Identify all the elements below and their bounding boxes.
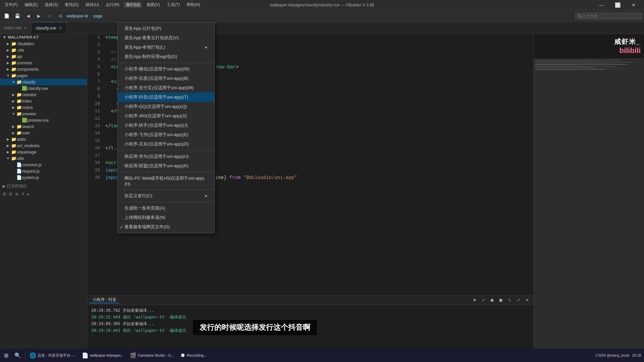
tab-bar: index.vue ✕ classify.vue ✕ <box>0 22 644 34</box>
menu-item-custom[interactable]: 自定义发行(C) <box>118 191 214 200</box>
menu-item-huawei[interactable]: 快应用-华为(仅适用于uni-app)(U) <box>118 152 214 161</box>
sidebar-tool-2[interactable]: ⚙ <box>9 192 12 196</box>
menu-tools[interactable]: 工具(T) <box>165 2 182 8</box>
sidebar-item-request-js[interactable]: 📄 request.js <box>0 168 87 174</box>
menu-jump[interactable]: 跳转(U) <box>84 2 101 8</box>
taskbar-search[interactable]: 🔍 <box>12 349 24 361</box>
history-button[interactable]: ⊙ <box>56 11 65 21</box>
tab-close-icon[interactable]: ✕ <box>58 25 62 31</box>
taskbar-csdn[interactable]: CSDN @wang_book <box>595 353 630 357</box>
menu-search[interactable]: 查找(O) <box>63 2 80 8</box>
menu-item-native-cloud-status[interactable]: 原生App-查看云打包状态(V) <box>118 33 214 43</box>
panel-collapse[interactable]: ⤡ <box>506 297 513 304</box>
window-title: wallpaper-kt/pages/classify/classify.vue… <box>270 3 374 7</box>
panel-record[interactable]: ⏺ <box>488 297 496 304</box>
sidebar-item-utils[interactable]: ▼ 📁 utils <box>0 155 87 162</box>
sidebar-project-header[interactable]: ▼ wallpaper-kt <box>0 34 87 41</box>
publish-dropdown-menu: 原生App-云打包(P) 原生App-查看云打包状态(V) 原生App-本地打包… <box>117 22 215 233</box>
menu-item-jd[interactable]: 小程序-京东(仅适用于uni-app)(D) <box>118 139 214 149</box>
sidebar-item-uni-modules[interactable]: ▶ 📁 uni_modules <box>0 142 87 149</box>
sidebar-item-closed-projects[interactable]: ▶ 已关闭项目 <box>0 181 87 190</box>
menu-help[interactable]: 帮助(H) <box>184 2 202 8</box>
menu-item-native-wgt[interactable]: 原生App-制作应用wgt包(G) <box>118 52 214 61</box>
breadcrumb-page[interactable]: page <box>94 14 103 18</box>
sidebar-item-user[interactable]: ▶ 📁 user <box>0 130 87 136</box>
sidebar-item-preview-vue[interactable]: 🟩 preview.vue <box>0 117 87 123</box>
sidebar-item-hbuilderx[interactable]: ▶ 📁 .hbuilderx <box>0 41 87 47</box>
sidebar-item-common[interactable]: ▶ 📁 common <box>0 60 87 66</box>
sidebar-item-vite[interactable]: ▶ 📁 .vite <box>0 47 87 53</box>
sidebar-item-classlist[interactable]: ▶ 📁 classlist <box>0 92 87 98</box>
sidebar-item-common-js[interactable]: 📄 common.js <box>0 162 87 168</box>
sidebar-item-preview[interactable]: ▼ 📁 preview <box>0 111 87 117</box>
close-button[interactable]: ✕ <box>626 0 641 10</box>
menu-edit[interactable]: 编辑(E) <box>22 2 40 8</box>
menu-item-native-cloud[interactable]: 原生App-云打包(P) <box>118 24 214 33</box>
sidebar-item-static[interactable]: ▶ 📁 static <box>0 136 87 142</box>
tab-classify-vue[interactable]: classify.vue ✕ <box>32 22 66 34</box>
start-button[interactable]: ⊞ <box>1 349 11 361</box>
panel-expand[interactable]: ⤢ <box>515 297 522 304</box>
windows-icon: ⊞ <box>4 352 8 359</box>
menu-select[interactable]: 选择(S) <box>43 2 60 8</box>
sidebar-item-unpackage[interactable]: ▶ 📁 unpackage <box>0 149 87 155</box>
sidebar-tool-3[interactable]: ⊕ <box>15 192 18 196</box>
sidebar-item-pages[interactable]: ▼ 📁 pages <box>0 72 87 79</box>
panel-close[interactable]: ✕ <box>523 297 531 304</box>
menu-file[interactable]: 文件(F) <box>3 2 20 8</box>
tab-index-vue[interactable]: index.vue ✕ <box>0 22 32 34</box>
sidebar-item-api[interactable]: ▶ 📁 api <box>0 53 87 60</box>
panel-stop[interactable]: ⏹ <box>497 297 504 304</box>
panel-external-link[interactable]: ⤢ <box>480 297 487 304</box>
taskbar-item-recording[interactable]: ⏺ Recording... <box>177 349 209 361</box>
menu-run[interactable]: 运行(R) <box>104 2 121 8</box>
taskbar-item-browser[interactable]: 🌐 总览 - 抖音开放平台 -... <box>27 349 78 361</box>
taskbar-item-hbuilder[interactable]: 📄 wallpaper-kt/pages... <box>79 349 127 361</box>
menu-publish[interactable]: 发行(U) <box>124 2 142 8</box>
preview-line <box>535 62 632 63</box>
menu-item-upload[interactable]: 上传网站到服务器(N) <box>118 213 214 222</box>
taskbar-time[interactable]: 20:36 <box>632 353 641 357</box>
forward-button[interactable]: ▶ <box>34 11 44 21</box>
menu-item-douyin[interactable]: 小程序-抖音(仅适用于uni-app)(T) <box>118 93 214 102</box>
sidebar-item-index[interactable]: ▶ 📁 index <box>0 98 87 104</box>
window-controls: — ⬜ ✕ <box>594 0 641 10</box>
menu-item-native-local[interactable]: 原生App-本地打包(L) <box>118 43 214 52</box>
sidebar-item-classify-vue[interactable]: 🟩 classify.vue <box>0 85 87 92</box>
taskbar-item-recording-label: Recording... <box>187 353 207 357</box>
sidebar-item-system-js[interactable]: 📄 system.js <box>0 174 87 181</box>
menu-item-feishu[interactable]: 小程序-飞书(仅适用于uni-app)(E) <box>118 130 214 139</box>
menu-item-view-server-files[interactable]: 查看服务端网页文件(D) <box>118 222 214 232</box>
breadcrumb-project[interactable]: wallpaper-kt <box>66 14 88 18</box>
menu-item-alliance[interactable]: 快应用-联盟(仅适用于uni-app)(K) <box>118 161 214 171</box>
restore-button[interactable]: ⬜ <box>610 0 625 10</box>
menu-item-kuaishou[interactable]: 小程序-快手(仅适用于uni-app)(J) <box>118 121 214 130</box>
sidebar-item-components[interactable]: ▶ 📁 components <box>0 66 87 72</box>
sidebar-item-classify[interactable]: ▼ 📁 classify <box>0 79 87 85</box>
back-button[interactable]: ◀ <box>23 11 33 21</box>
panel-chevron-down[interactable]: ▼ <box>471 297 478 304</box>
bookmark-button[interactable]: ☆ <box>45 11 54 21</box>
menu-item-wechat[interactable]: 小程序-微信(仅适用于uni-app)(W) <box>118 64 214 74</box>
file-search-input[interactable] <box>575 13 642 19</box>
menu-item-baidu[interactable]: 小程序-百度(仅适用于uni-app)(B) <box>118 74 214 83</box>
taskbar: ⊞ 🔍 🌐 总览 - 抖音开放平台 -... 📄 wallpaper-kt/pa… <box>0 349 644 362</box>
console-tab[interactable]: 小程序 - 抖音 <box>90 297 119 303</box>
new-file-button[interactable]: 📄 <box>2 11 11 21</box>
taskbar-item-camtasia[interactable]: 🎬 Camtasia Studio - U... <box>127 349 177 361</box>
menu-item-generate[interactable]: 生成统一发布页面(A) <box>118 203 214 213</box>
menu-view[interactable]: 视图(V) <box>145 2 162 8</box>
tab-close-icon[interactable]: ✕ <box>23 25 27 31</box>
sidebar-item-notice[interactable]: ▶ 📁 notice <box>0 104 87 111</box>
right-panel: 咸虾米_ bilibili <box>533 34 644 362</box>
save-button[interactable]: 💾 <box>13 11 22 21</box>
sidebar-item-search[interactable]: ▶ 📁 search <box>0 123 87 130</box>
menu-item-alipay[interactable]: 小程序-支付宝(仅适用于uni-app)(M) <box>118 83 214 93</box>
menu-item-360[interactable]: 小程序-360(仅适用于uni-app)(S) <box>118 111 214 121</box>
sidebar-tool-1[interactable]: ⊞ <box>3 192 6 196</box>
sidebar-tool-5[interactable]: ▸ <box>27 192 29 196</box>
minimize-button[interactable]: — <box>594 0 609 10</box>
menu-item-h5[interactable]: 网站-PC Web或手机H5(仅适用于uni-app)(H) <box>118 174 214 188</box>
menu-item-qq[interactable]: 小程序-QQ(仅适用于uni-app)(Q) <box>118 102 214 111</box>
sidebar-tool-4[interactable]: ↺ <box>21 192 24 196</box>
